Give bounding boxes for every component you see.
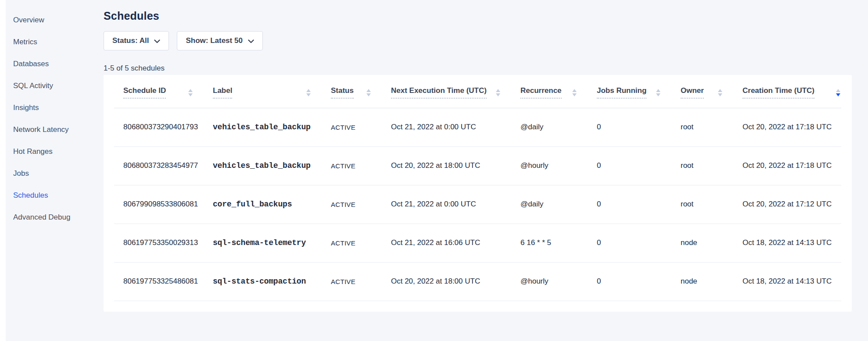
cell-jobs-running: 0 <box>597 185 681 224</box>
table-header-row: Schedule IDLabelStatusNext Execution Tim… <box>114 75 841 108</box>
cell-status: ACTIVE <box>331 224 391 262</box>
page: OverviewMetricsDatabasesSQL ActivityInsi… <box>6 0 868 341</box>
cell-next-execution-time-utc: Oct 21, 2022 at 0:00 UTC <box>391 108 520 146</box>
cell-next-execution-time-utc: Oct 21, 2022 at 16:06 UTC <box>391 224 520 262</box>
sidebar-item-insights[interactable]: Insights <box>6 97 104 119</box>
cell-recurrence: @daily <box>520 108 597 146</box>
column-header-creation-time-utc[interactable]: Creation Time (UTC) <box>742 75 841 108</box>
cell-status: ACTIVE <box>331 146 391 185</box>
column-header-recurrence[interactable]: Recurrence <box>520 75 597 108</box>
schedules-table-card: Schedule IDLabelStatusNext Execution Tim… <box>104 75 852 312</box>
cell-status: ACTIVE <box>331 262 391 301</box>
show-filter-dropdown[interactable]: Show: Latest 50 <box>177 31 262 50</box>
cell-schedule-id: 806800373283454977 <box>114 146 213 185</box>
sidebar-item-network-latency[interactable]: Network Latency <box>6 119 104 141</box>
cell-owner: node <box>681 224 742 262</box>
chevron-down-icon <box>154 37 160 46</box>
left-gutter <box>0 0 6 341</box>
sort-icon <box>306 89 311 96</box>
schedules-table: Schedule IDLabelStatusNext Execution Tim… <box>114 75 841 301</box>
column-label: Schedule ID <box>123 86 166 99</box>
table-row: 806800373290401793vehicles_table_backupA… <box>114 108 841 146</box>
sort-icon <box>718 89 722 96</box>
sidebar-item-hot-ranges[interactable]: Hot Ranges <box>6 141 104 163</box>
cell-recurrence: @hourly <box>520 262 597 301</box>
cell-label: vehicles_table_backup <box>213 146 331 185</box>
table-row: 806197753350029313sql-schema-telemetryAC… <box>114 224 841 262</box>
cell-next-execution-time-utc: Oct 21, 2022 at 0:00 UTC <box>391 185 520 224</box>
sort-icon <box>496 89 500 96</box>
column-header-next-execution-time-utc[interactable]: Next Execution Time (UTC) <box>391 75 520 108</box>
status-filter-label: Status: All <box>112 36 149 45</box>
cell-label: sql-schema-telemetry <box>213 224 331 262</box>
cell-creation-time-utc: Oct 18, 2022 at 14:13 UTC <box>742 224 841 262</box>
sort-icon <box>656 89 660 96</box>
column-label: Status <box>331 86 354 99</box>
sidebar-item-schedules[interactable]: Schedules <box>6 185 104 206</box>
cell-creation-time-utc: Oct 20, 2022 at 17:12 UTC <box>742 185 841 224</box>
sidebar-nav: OverviewMetricsDatabasesSQL ActivityInsi… <box>6 9 104 228</box>
cell-label: sql-stats-compaction <box>213 262 331 301</box>
table-row: 806799098533806081core_full_backupsACTIV… <box>114 185 841 224</box>
sort-icon <box>572 89 577 96</box>
results-count: 1-5 of 5 schedules <box>104 64 852 73</box>
status-filter-dropdown[interactable]: Status: All <box>104 31 169 50</box>
filter-bar: Status: All Show: Latest 50 <box>104 31 852 50</box>
cell-owner: root <box>681 108 742 146</box>
cell-label: core_full_backups <box>213 185 331 224</box>
column-label: Jobs Running <box>597 86 646 99</box>
cell-jobs-running: 0 <box>597 224 681 262</box>
app-window: OverviewMetricsDatabasesSQL ActivityInsi… <box>0 0 868 341</box>
chevron-down-icon <box>248 37 254 46</box>
cell-recurrence: 6 16 * * 5 <box>520 224 597 262</box>
cell-label: vehicles_table_backup <box>213 108 331 146</box>
table-row: 806800373283454977vehicles_table_backupA… <box>114 146 841 185</box>
cell-status: ACTIVE <box>331 185 391 224</box>
cell-jobs-running: 0 <box>597 262 681 301</box>
cell-status: ACTIVE <box>331 108 391 146</box>
column-label: Creation Time (UTC) <box>742 86 814 99</box>
page-title: Schedules <box>104 0 852 22</box>
sidebar-item-metrics[interactable]: Metrics <box>6 31 104 53</box>
column-label: Label <box>213 86 232 99</box>
cell-schedule-id: 806799098533806081 <box>114 185 213 224</box>
sort-icon <box>188 89 193 96</box>
cell-schedule-id: 806197753350029313 <box>114 224 213 262</box>
table-row: 806197753325486081sql-stats-compactionAC… <box>114 262 841 301</box>
sort-icon <box>366 89 371 96</box>
cell-jobs-running: 0 <box>597 108 681 146</box>
column-label: Next Execution Time (UTC) <box>391 86 487 99</box>
sidebar-item-jobs[interactable]: Jobs <box>6 163 104 185</box>
cell-owner: node <box>681 262 742 301</box>
sidebar-item-databases[interactable]: Databases <box>6 53 104 75</box>
column-label: Owner <box>681 86 704 99</box>
main-content: Schedules Status: All Show: Latest 50 1-… <box>104 0 868 341</box>
sort-icon <box>836 89 840 96</box>
cell-creation-time-utc: Oct 18, 2022 at 14:13 UTC <box>742 262 841 301</box>
cell-next-execution-time-utc: Oct 20, 2022 at 18:00 UTC <box>391 262 520 301</box>
column-header-status[interactable]: Status <box>331 75 391 108</box>
cell-owner: root <box>681 185 742 224</box>
show-filter-label: Show: Latest 50 <box>186 36 242 45</box>
sidebar-item-overview[interactable]: Overview <box>6 9 104 31</box>
sidebar-item-sql-activity[interactable]: SQL Activity <box>6 75 104 97</box>
cell-recurrence: @daily <box>520 185 597 224</box>
cell-recurrence: @hourly <box>520 146 597 185</box>
cell-owner: root <box>681 146 742 185</box>
cell-schedule-id: 806800373290401793 <box>114 108 213 146</box>
cell-creation-time-utc: Oct 20, 2022 at 17:18 UTC <box>742 146 841 185</box>
column-header-jobs-running[interactable]: Jobs Running <box>597 75 681 108</box>
sidebar-item-advanced-debug[interactable]: Advanced Debug <box>6 206 104 228</box>
cell-creation-time-utc: Oct 20, 2022 at 17:18 UTC <box>742 108 841 146</box>
column-header-schedule-id[interactable]: Schedule ID <box>114 75 213 108</box>
sidebar: OverviewMetricsDatabasesSQL ActivityInsi… <box>6 0 104 341</box>
column-label: Recurrence <box>520 86 562 99</box>
column-header-label[interactable]: Label <box>213 75 331 108</box>
cell-schedule-id: 806197753325486081 <box>114 262 213 301</box>
cell-jobs-running: 0 <box>597 146 681 185</box>
cell-next-execution-time-utc: Oct 20, 2022 at 18:00 UTC <box>391 146 520 185</box>
column-header-owner[interactable]: Owner <box>681 75 742 108</box>
